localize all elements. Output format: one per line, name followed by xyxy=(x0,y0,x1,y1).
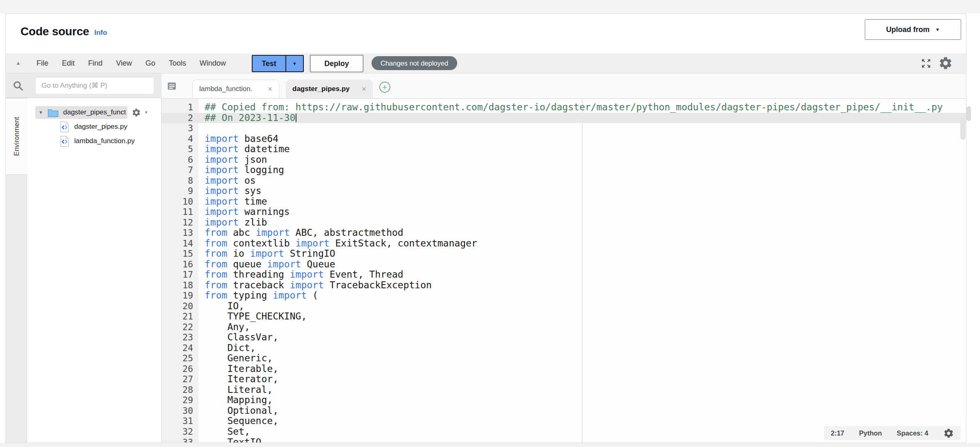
code-line[interactable]: 27 Iterator, xyxy=(162,374,966,385)
line-number: 22 xyxy=(162,322,193,333)
menu-item-find[interactable]: Find xyxy=(88,59,103,68)
code-line[interactable]: 22 Any, xyxy=(162,322,966,333)
code-line[interactable]: 6import json xyxy=(162,155,966,165)
language-mode[interactable]: Python xyxy=(859,429,882,437)
line-content: import zlib xyxy=(193,217,267,228)
code-line[interactable]: 8import os xyxy=(162,176,966,186)
line-number: 27 xyxy=(162,374,193,385)
code-line[interactable]: 18from traceback import TracebackExcepti… xyxy=(162,280,966,291)
line-number: 8 xyxy=(162,176,193,186)
fullscreen-icon[interactable] xyxy=(921,58,932,69)
search-icon xyxy=(12,80,24,91)
editor-tabbar: lambda_function. × dagster_pipes.py × + xyxy=(162,73,966,99)
plus-icon: + xyxy=(382,82,387,92)
code-line[interactable]: 11import warnings xyxy=(162,207,966,217)
code-line[interactable]: 23 ClassVar, xyxy=(162,332,966,343)
line-number: 29 xyxy=(162,395,193,406)
code-line[interactable]: 25 Generic, xyxy=(162,353,966,364)
code-line[interactable]: 24 Dict, xyxy=(162,343,966,353)
line-content: ClassVar, xyxy=(193,332,278,343)
cursor-position[interactable]: 2:17 xyxy=(831,429,844,437)
page-scrollbar-thumb[interactable] xyxy=(966,106,971,121)
file-tree-panel: ▼ dagster_pipes_funct ▼ dagster_pipes.py… xyxy=(27,98,162,443)
code-editor[interactable]: 1## Copied from: https://raw.githubuserc… xyxy=(162,99,966,443)
test-options-button[interactable]: ▼ xyxy=(285,56,303,71)
deploy-button[interactable]: Deploy xyxy=(310,55,363,72)
line-number: 28 xyxy=(162,385,193,395)
tab-label: lambda_function. xyxy=(199,85,252,93)
collapse-panel-button[interactable]: ▲ xyxy=(16,60,21,66)
line-content: Sequence, xyxy=(193,416,278,426)
python-file-icon xyxy=(60,121,69,132)
environment-tab[interactable]: Environment xyxy=(6,98,27,175)
test-button[interactable]: Test xyxy=(253,56,285,71)
code-line[interactable]: 29 Mapping, xyxy=(162,395,966,406)
folder-icon xyxy=(48,108,59,117)
tree-folder-label: dagster_pipes_funct xyxy=(63,108,125,116)
menu-item-window[interactable]: Window xyxy=(200,59,226,68)
menu-item-tools[interactable]: Tools xyxy=(169,59,186,68)
tab-dagster-pipes[interactable]: dagster_pipes.py × xyxy=(286,80,373,98)
close-icon[interactable]: × xyxy=(362,84,366,94)
line-number: 24 xyxy=(162,343,193,353)
code-line[interactable]: 7import logging xyxy=(162,165,966,176)
line-content: from threading import Event, Thread xyxy=(193,269,403,280)
indentation-setting[interactable]: Spaces: 4 xyxy=(897,429,928,437)
code-line[interactable]: 28 Literal, xyxy=(162,385,966,395)
line-content: ## Copied from: https://raw.githubuserco… xyxy=(193,102,943,113)
code-line[interactable]: 10import time xyxy=(162,196,966,207)
code-line[interactable]: 9import sys xyxy=(162,186,966,196)
menu-item-file[interactable]: File xyxy=(36,59,48,68)
code-line[interactable]: 3 xyxy=(162,123,966,134)
code-line[interactable]: 30 Optional, xyxy=(162,406,966,416)
line-content: from queue import Queue xyxy=(193,259,335,270)
code-line[interactable]: 1## Copied from: https://raw.githubuserc… xyxy=(162,102,966,113)
sidebar-search-row xyxy=(6,73,162,98)
gear-icon[interactable] xyxy=(132,108,141,117)
code-line[interactable]: 17from threading import Event, Thread xyxy=(162,269,966,280)
upload-from-label: Upload from xyxy=(886,25,930,34)
disclosure-triangle-icon[interactable]: ▼ xyxy=(39,110,43,115)
console-top-margin xyxy=(0,0,980,14)
code-line[interactable]: 19from typing import ( xyxy=(162,290,966,301)
menu-item-edit[interactable]: Edit xyxy=(62,59,75,68)
page-title: Code source xyxy=(21,25,89,38)
editor-scrollbar-thumb[interactable] xyxy=(960,117,966,140)
code-line[interactable]: 31 Sequence, xyxy=(162,416,966,426)
close-icon[interactable]: × xyxy=(268,84,272,94)
line-number: 31 xyxy=(162,416,193,426)
menu-item-go[interactable]: Go xyxy=(146,59,155,68)
code-line[interactable]: 16from queue import Queue xyxy=(162,259,966,270)
line-content: Dict, xyxy=(193,343,256,353)
go-to-anything-input[interactable] xyxy=(35,77,154,94)
line-number: 33 xyxy=(162,437,193,443)
code-line[interactable]: 2## On 2023-11-30 xyxy=(162,113,966,123)
tree-item-label: lambda_function.py xyxy=(74,137,134,145)
gear-icon[interactable] xyxy=(938,56,953,71)
code-line[interactable]: 12import zlib xyxy=(162,217,966,228)
gear-icon[interactable] xyxy=(943,428,954,439)
code-line[interactable]: 5import datetime xyxy=(162,144,966,155)
menu-item-view[interactable]: View xyxy=(116,59,132,68)
code-line[interactable]: 26 Iterable, xyxy=(162,364,966,374)
code-line[interactable]: 21 TYPE_CHECKING, xyxy=(162,311,966,322)
tree-item-lambda-function[interactable]: lambda_function.py xyxy=(27,135,161,148)
tree-item-dagster-pipes[interactable]: dagster_pipes.py xyxy=(27,120,161,134)
code-line[interactable]: 4import base64 xyxy=(162,134,966,144)
line-number: 25 xyxy=(162,353,193,364)
line-content: Generic, xyxy=(193,353,273,364)
upload-from-button[interactable]: Upload from ▼ xyxy=(865,19,961,40)
tab-list-icon[interactable] xyxy=(166,81,177,91)
code-line[interactable]: 14from contextlib import ExitStack, cont… xyxy=(162,238,966,249)
line-number: 12 xyxy=(162,217,193,228)
line-content: import json xyxy=(193,155,267,165)
tab-lambda-function[interactable]: lambda_function. × xyxy=(192,80,279,98)
code-line[interactable]: 13from abc import ABC, abstractmethod xyxy=(162,228,966,238)
code-line[interactable]: 15from io import StringIO xyxy=(162,249,966,259)
info-link[interactable]: Info xyxy=(94,29,107,37)
new-tab-button[interactable]: + xyxy=(379,82,390,93)
tree-folder-row[interactable]: ▼ dagster_pipes_funct ▼ xyxy=(27,106,161,119)
line-number: 7 xyxy=(162,165,193,176)
code-line[interactable]: 20 IO, xyxy=(162,301,966,312)
line-content: Iterable, xyxy=(193,364,278,374)
